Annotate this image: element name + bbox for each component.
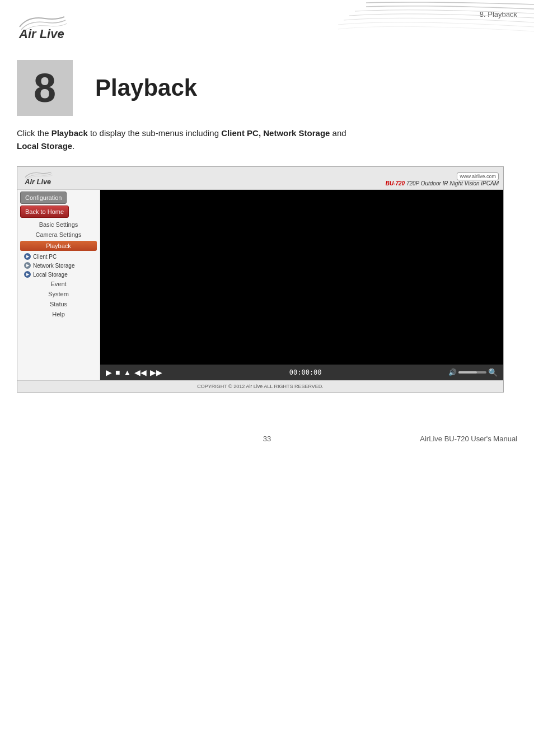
controls-bar: ▶ ■ ▲ ◀◀ ▶▶ 00:00:00 🔊 🔍 (100, 365, 503, 380)
page-footer-area: 33 AirLive BU-720 User's Manual (0, 404, 534, 449)
ui-body: Configuration Back to Home Basic Setting… (17, 190, 503, 380)
volume-area: 🔊 🔍 (448, 368, 498, 377)
sidebar-item-status[interactable]: Status (17, 299, 100, 309)
sidebar-item-system[interactable]: System (17, 289, 100, 299)
eject-button[interactable]: ▲ (123, 368, 131, 377)
intro-mid2: and (330, 128, 346, 138)
next-button[interactable]: ▶▶ (150, 368, 162, 377)
intro-before: Click the (17, 128, 51, 138)
sidebar-item-network-storage[interactable]: ▶ Network Storage (17, 261, 100, 270)
logo-area: Air Live ® (17, 10, 84, 43)
intro-bold3: Local Storage (17, 141, 72, 151)
stop-button[interactable]: ■ (115, 368, 120, 377)
zoom-icon: 🔍 (488, 368, 498, 377)
chapter-number: 8 (17, 60, 73, 116)
sidebar-item-event[interactable]: Event (17, 279, 100, 289)
airlive-logo: Air Live ® (17, 10, 78, 41)
back-home-button[interactable]: Back to Home (20, 206, 69, 218)
prev-button[interactable]: ◀◀ (134, 368, 147, 377)
chapter-block: 8 Playback (17, 60, 517, 116)
ui-main: ▶ ■ ▲ ◀◀ ▶▶ 00:00:00 🔊 🔍 (100, 190, 503, 380)
svg-text:Air Live: Air Live (18, 27, 64, 41)
sidebar-item-basic-settings[interactable]: Basic Settings (17, 220, 100, 230)
svg-text:®: ® (48, 180, 50, 184)
ui-model-bold: BU-720 (386, 180, 405, 186)
ui-website: www.airlive.com (457, 172, 499, 180)
volume-bar[interactable] (458, 371, 486, 374)
ui-model: BU-720 720P Outdoor IR Night Vision IPCA… (386, 180, 499, 186)
ui-copyright: COPYRIGHT © 2012 Air Live ALL RIGHTS RES… (17, 380, 503, 392)
local-storage-dot: ▶ (24, 271, 31, 278)
config-button[interactable]: Configuration (20, 192, 67, 204)
ui-model-desc: 720P Outdoor IR Night Vision IPCAM (405, 180, 499, 186)
ui-mockup: Air Live ® www.airlive.com BU-720 720P O… (17, 166, 504, 393)
client-pc-label: Client PC (33, 254, 57, 260)
chapter-ref: 8. Playback (480, 10, 517, 18)
client-pc-dot: ▶ (24, 253, 31, 260)
page-number: 33 (263, 435, 271, 443)
volume-fill (458, 371, 477, 374)
ui-top-right: www.airlive.com BU-720 720P Outdoor IR N… (386, 170, 499, 186)
local-storage-label: Local Storage (33, 272, 68, 278)
intro-bold1: Playback (51, 128, 88, 138)
header-right: 8. Playback (480, 10, 517, 21)
volume-icon: 🔊 (448, 368, 457, 376)
sidebar-item-camera-settings[interactable]: Camera Settings (17, 230, 100, 240)
sidebar-item-local-storage[interactable]: ▶ Local Storage (17, 270, 100, 279)
chapter-title: Playback (95, 74, 197, 101)
intro-end: . (72, 141, 74, 151)
video-area (100, 190, 503, 365)
sidebar-item-help[interactable]: Help (17, 309, 100, 319)
ui-topbar: Air Live ® www.airlive.com BU-720 720P O… (17, 167, 503, 190)
network-storage-dot: ▶ (24, 262, 31, 269)
intro-text: Click the Playback to display the sub-me… (17, 127, 517, 152)
page-header: Air Live ® 8. Playback (0, 0, 534, 43)
intro-bold2: Client PC, Network Storage (221, 128, 330, 138)
ui-logo: Air Live ® (22, 169, 61, 187)
intro-mid1: to display the sub-menus including (88, 128, 221, 138)
svg-text:Air Live: Air Live (24, 178, 51, 186)
play-button[interactable]: ▶ (106, 368, 112, 377)
ui-sidebar: Configuration Back to Home Basic Setting… (17, 190, 100, 380)
svg-text:®: ® (59, 31, 63, 37)
page-manual: AirLive BU-720 User's Manual (420, 435, 517, 443)
sidebar-item-client-pc[interactable]: ▶ Client PC (17, 252, 100, 261)
sidebar-item-playback[interactable]: Playback (20, 241, 97, 251)
network-storage-label: Network Storage (33, 263, 74, 269)
time-display: 00:00:00 (289, 368, 322, 376)
